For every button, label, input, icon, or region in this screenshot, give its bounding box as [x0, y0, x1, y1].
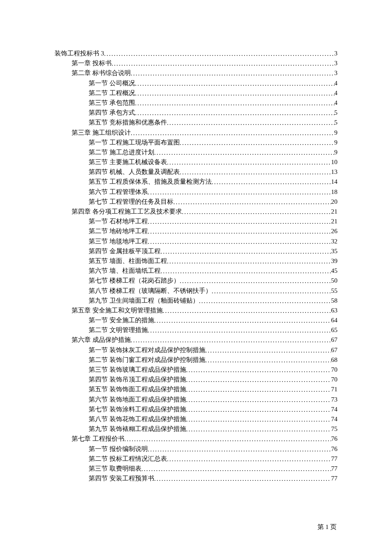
toc-label: 装饰工程投标书 3: [55, 50, 104, 57]
toc-leader-dots: [186, 416, 331, 423]
toc-page-number: 68: [331, 357, 337, 363]
toc-label: 第一节 公司概况: [89, 80, 135, 87]
toc-page-number: 4: [334, 80, 338, 87]
toc-page-number: 58: [331, 298, 337, 304]
toc-row: 第三节 装饰玻璃工程成品保护措施70: [55, 367, 337, 373]
toc-row: 第二节 地砖地坪工程26: [55, 228, 337, 234]
toc-label: 第二章 标书综合说明: [72, 70, 131, 76]
toc-row: 第一章 投标书3: [55, 60, 337, 66]
toc-leader-dots: [135, 100, 334, 107]
toc-row: 第七节 工程管理的任务及目标20: [55, 199, 337, 205]
toc-row: 第六节 墙、柱面墙纸工程45: [55, 268, 337, 274]
toc-row: 第一节 报价编制说明76: [55, 446, 337, 452]
toc-label: 第五节 装饰饰面工程成品保护措施: [89, 386, 186, 393]
toc-row: 第二章 标书综合说明3: [55, 70, 337, 76]
toc-leader-dots: [135, 90, 334, 97]
toc-row: 第六节 工程管理体系18: [55, 189, 337, 195]
toc-row: 第三节 承包范围4: [55, 100, 337, 106]
toc-leader-dots: [135, 81, 334, 87]
toc-page-number: 74: [331, 406, 337, 413]
toc-label: 第七节 工程管理的任务及目标: [89, 199, 173, 205]
toc-label: 第二节 投标工程情况汇总表: [89, 456, 167, 462]
toc-row: 第五节 装饰饰面工程成品保护措施71: [55, 386, 337, 393]
toc-label: 第三节 承包范围: [89, 100, 135, 106]
toc-leader-dots: [180, 278, 331, 284]
toc-page-number: 70: [331, 376, 337, 383]
toc-page-number: 35: [331, 248, 337, 254]
toc-page-number: 71: [331, 386, 337, 393]
toc-label: 第二节 施工总进度计划: [89, 149, 154, 156]
toc-label: 第三章 施工组织设计: [72, 130, 131, 136]
toc-label: 第九节 卫生间墙面工程（釉面砖铺贴）: [89, 298, 199, 304]
toc-label: 第二节 地砖地坪工程: [89, 228, 148, 234]
toc-label: 第八节 装饰花饰工程成品保护措施: [89, 416, 186, 422]
toc-row: 第四节 装饰吊顶工程成品保护措施70: [55, 376, 337, 383]
toc-label: 第三节 装饰玻璃工程成品保护措施: [89, 367, 186, 373]
toc-page-number: 10: [331, 159, 337, 165]
toc-row: 第八节 楼梯工程（玻璃隔断、不锈钢扶手）55: [55, 288, 337, 294]
toc-label: 第一节 装饰抹灰工程对成品保护控制措施: [89, 347, 205, 353]
toc-leader-dots: [212, 179, 331, 185]
toc-label: 第七节 装饰涂料工程成品保护措施: [89, 406, 186, 413]
toc-row: 第一节 公司概况4: [55, 80, 337, 87]
toc-row: 第二节 工程概况4: [55, 90, 337, 96]
toc-leader-dots: [148, 327, 331, 334]
toc-row: 第四章 各分项工程施工工艺及技术要求21: [55, 208, 337, 215]
toc-page-number: 26: [331, 228, 337, 234]
toc-label: 第二节 文明管理措施: [89, 327, 148, 333]
toc-leader-dots: [148, 239, 331, 245]
toc-label: 第六节 工程管理体系: [89, 189, 148, 195]
toc-page-number: 3: [334, 70, 338, 76]
toc-leader-dots: [180, 169, 331, 176]
toc-row: 第五节 竞标措施和优惠条件5: [55, 119, 337, 126]
page: 装饰工程投标书 33第一章 投标书3第二章 标书综合说明3第一节 公司概况4第二…: [0, 0, 392, 555]
toc-row: 第二节 文明管理措施65: [55, 327, 337, 333]
toc-label: 第三节 地毯地坪工程: [89, 238, 148, 245]
toc-label: 第六节 装饰地面工程成品保护措施: [89, 396, 186, 403]
toc-page-number: 77: [331, 475, 337, 482]
toc-page-number: 63: [331, 307, 337, 314]
toc-label: 第四节 安装工程预算书: [89, 475, 154, 482]
toc-page-number: 4: [334, 100, 338, 106]
toc-label: 第七章 工程报价书: [72, 436, 124, 442]
toc-leader-dots: [154, 476, 331, 482]
toc-leader-dots: [199, 298, 331, 304]
toc-leader-dots: [212, 288, 331, 295]
toc-page-number: 3: [334, 60, 338, 66]
toc-leader-dots: [104, 51, 334, 57]
toc-leader-dots: [167, 456, 331, 462]
toc-page-number: 50: [331, 278, 337, 284]
toc-leader-dots: [131, 337, 331, 344]
toc-page-number: 9: [334, 130, 338, 136]
toc-row: 第五节 工程质保体系、措施及质量检测方法14: [55, 179, 337, 185]
toc-row: 第三节 取费明细表77: [55, 465, 337, 472]
toc-label: 第一节 工程施工现场平面布置图: [89, 139, 180, 146]
toc-label: 第四节 承包方式: [89, 110, 135, 116]
toc-row: 第三节 主要施工机械设备表10: [55, 159, 337, 165]
toc-row: 第六章 成品保护措施67: [55, 337, 337, 343]
toc-page-number: 77: [331, 456, 337, 462]
toc-row: 第四节 安装工程预算书77: [55, 475, 337, 482]
toc-page-number: 67: [331, 347, 337, 353]
toc-page-number: 5: [334, 110, 338, 116]
toc-leader-dots: [186, 397, 331, 403]
toc-leader-dots: [173, 199, 331, 205]
toc-page-number: 3: [334, 50, 338, 57]
toc-row: 第四节 金属挂板平顶工程35: [55, 248, 337, 254]
toc-page-number: 76: [331, 436, 337, 442]
toc-page-number: 4: [334, 90, 338, 96]
toc-row: 第一节 安全施工的措施64: [55, 317, 337, 324]
toc-leader-dots: [131, 70, 334, 77]
toc-row: 装饰工程投标书 33: [55, 50, 337, 57]
toc-leader-dots: [148, 219, 331, 225]
table-of-contents: 装饰工程投标书 33第一章 投标书3第二章 标书综合说明3第一节 公司概况4第二…: [55, 50, 337, 482]
toc-leader-dots: [186, 407, 331, 413]
toc-leader-dots: [131, 130, 334, 136]
toc-label: 第二节 工程概况: [89, 90, 135, 96]
toc-leader-dots: [148, 189, 331, 196]
toc-page-number: 77: [331, 465, 337, 472]
page-number: 第 1 页: [317, 523, 337, 531]
toc-page-number: 55: [331, 288, 337, 294]
toc-label: 第一节 石材地坪工程: [89, 218, 148, 225]
toc-leader-dots: [205, 357, 331, 364]
